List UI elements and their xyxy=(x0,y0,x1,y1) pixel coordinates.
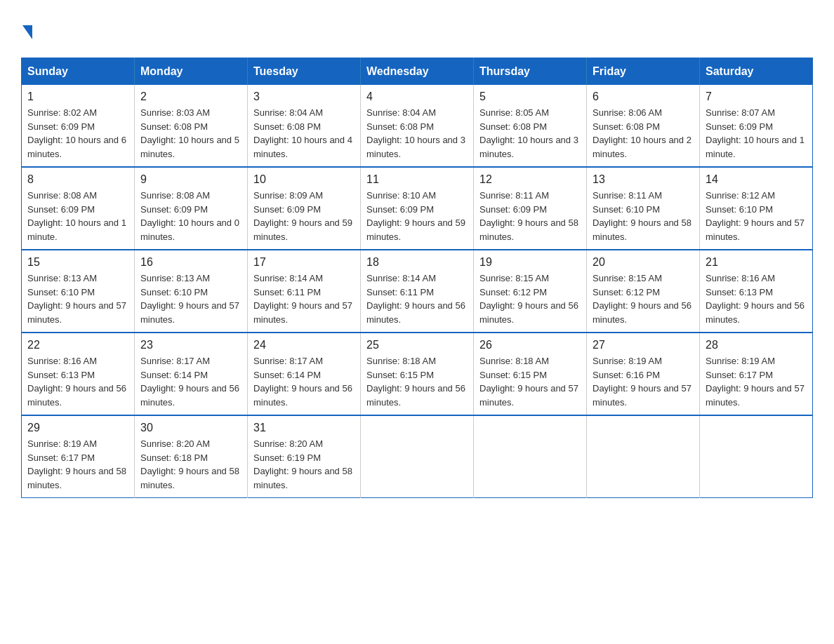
day-info: Sunrise: 8:13 AMSunset: 6:10 PMDaylight:… xyxy=(140,271,241,326)
day-info: Sunrise: 8:02 AMSunset: 6:09 PMDaylight:… xyxy=(27,106,128,161)
day-info: Sunrise: 8:04 AMSunset: 6:08 PMDaylight:… xyxy=(366,106,468,161)
calendar-cell: 27Sunrise: 8:19 AMSunset: 6:16 PMDayligh… xyxy=(587,333,700,415)
day-number: 10 xyxy=(253,173,355,186)
calendar-cell: 21Sunrise: 8:16 AMSunset: 6:13 PMDayligh… xyxy=(700,250,813,333)
calendar-cell: 5Sunrise: 8:05 AMSunset: 6:08 PMDaylight… xyxy=(474,85,587,167)
day-info: Sunrise: 8:15 AMSunset: 6:12 PMDaylight:… xyxy=(479,271,581,326)
day-info: Sunrise: 8:19 AMSunset: 6:17 PMDaylight:… xyxy=(706,354,807,409)
day-info: Sunrise: 8:08 AMSunset: 6:09 PMDaylight:… xyxy=(27,189,128,243)
calendar-cell: 18Sunrise: 8:14 AMSunset: 6:11 PMDayligh… xyxy=(361,250,474,333)
calendar-cell: 12Sunrise: 8:11 AMSunset: 6:09 PMDayligh… xyxy=(474,167,587,250)
weekday-header-sunday: Sunday xyxy=(22,58,135,86)
day-number: 25 xyxy=(366,339,468,351)
day-number: 5 xyxy=(479,90,581,103)
day-info: Sunrise: 8:14 AMSunset: 6:11 PMDaylight:… xyxy=(253,271,355,326)
calendar-cell: 15Sunrise: 8:13 AMSunset: 6:10 PMDayligh… xyxy=(22,250,135,333)
calendar-cell: 8Sunrise: 8:08 AMSunset: 6:09 PMDaylight… xyxy=(22,167,135,250)
day-info: Sunrise: 8:17 AMSunset: 6:14 PMDaylight:… xyxy=(140,354,241,409)
calendar-table: SundayMondayTuesdayWednesdayThursdayFrid… xyxy=(21,58,813,498)
calendar-cell: 26Sunrise: 8:18 AMSunset: 6:15 PMDayligh… xyxy=(474,333,587,415)
calendar-cell: 9Sunrise: 8:08 AMSunset: 6:09 PMDaylight… xyxy=(135,167,248,250)
weekday-header-tuesday: Tuesday xyxy=(248,58,361,86)
day-info: Sunrise: 8:10 AMSunset: 6:09 PMDaylight:… xyxy=(366,189,468,243)
day-info: Sunrise: 8:11 AMSunset: 6:10 PMDaylight:… xyxy=(593,189,694,243)
day-number: 1 xyxy=(27,90,128,103)
calendar-cell: 10Sunrise: 8:09 AMSunset: 6:09 PMDayligh… xyxy=(248,167,361,250)
day-info: Sunrise: 8:13 AMSunset: 6:10 PMDaylight:… xyxy=(27,271,128,326)
calendar-cell xyxy=(700,415,813,498)
day-info: Sunrise: 8:20 AMSunset: 6:18 PMDaylight:… xyxy=(140,437,241,492)
calendar-cell: 29Sunrise: 8:19 AMSunset: 6:17 PMDayligh… xyxy=(22,415,135,498)
page-header xyxy=(21,21,813,43)
day-info: Sunrise: 8:06 AMSunset: 6:08 PMDaylight:… xyxy=(593,106,694,161)
day-number: 11 xyxy=(366,173,468,186)
day-number: 21 xyxy=(706,256,807,269)
day-number: 6 xyxy=(593,90,694,103)
day-number: 30 xyxy=(140,422,241,434)
calendar-cell: 14Sunrise: 8:12 AMSunset: 6:10 PMDayligh… xyxy=(700,167,813,250)
calendar-week-row: 15Sunrise: 8:13 AMSunset: 6:10 PMDayligh… xyxy=(22,250,813,333)
weekday-header-monday: Monday xyxy=(135,58,248,86)
weekday-header-saturday: Saturday xyxy=(700,58,813,86)
day-number: 18 xyxy=(366,256,468,269)
day-info: Sunrise: 8:05 AMSunset: 6:08 PMDaylight:… xyxy=(479,106,581,161)
day-number: 28 xyxy=(706,339,807,351)
day-number: 8 xyxy=(27,173,128,186)
calendar-cell: 4Sunrise: 8:04 AMSunset: 6:08 PMDaylight… xyxy=(361,85,474,167)
calendar-week-row: 29Sunrise: 8:19 AMSunset: 6:17 PMDayligh… xyxy=(22,415,813,498)
day-info: Sunrise: 8:16 AMSunset: 6:13 PMDaylight:… xyxy=(706,271,807,326)
day-number: 19 xyxy=(479,256,581,269)
day-number: 26 xyxy=(479,339,581,351)
weekday-header-wednesday: Wednesday xyxy=(361,58,474,86)
calendar-cell: 30Sunrise: 8:20 AMSunset: 6:18 PMDayligh… xyxy=(135,415,248,498)
calendar-header-row: SundayMondayTuesdayWednesdayThursdayFrid… xyxy=(22,58,813,86)
day-info: Sunrise: 8:18 AMSunset: 6:15 PMDaylight:… xyxy=(366,354,468,409)
calendar-week-row: 1Sunrise: 8:02 AMSunset: 6:09 PMDaylight… xyxy=(22,85,813,167)
calendar-cell: 28Sunrise: 8:19 AMSunset: 6:17 PMDayligh… xyxy=(700,333,813,415)
day-number: 9 xyxy=(140,173,241,186)
calendar-cell: 2Sunrise: 8:03 AMSunset: 6:08 PMDaylight… xyxy=(135,85,248,167)
calendar-cell: 11Sunrise: 8:10 AMSunset: 6:09 PMDayligh… xyxy=(361,167,474,250)
calendar-week-row: 8Sunrise: 8:08 AMSunset: 6:09 PMDaylight… xyxy=(22,167,813,250)
calendar-cell xyxy=(587,415,700,498)
calendar-cell: 22Sunrise: 8:16 AMSunset: 6:13 PMDayligh… xyxy=(22,333,135,415)
day-number: 17 xyxy=(253,256,355,269)
day-info: Sunrise: 8:08 AMSunset: 6:09 PMDaylight:… xyxy=(140,189,241,243)
day-info: Sunrise: 8:11 AMSunset: 6:09 PMDaylight:… xyxy=(479,189,581,243)
calendar-cell: 1Sunrise: 8:02 AMSunset: 6:09 PMDaylight… xyxy=(22,85,135,167)
calendar-cell: 20Sunrise: 8:15 AMSunset: 6:12 PMDayligh… xyxy=(587,250,700,333)
day-info: Sunrise: 8:17 AMSunset: 6:14 PMDaylight:… xyxy=(253,354,355,409)
logo-triangle-icon xyxy=(22,25,32,39)
day-number: 12 xyxy=(479,173,581,186)
calendar-cell: 16Sunrise: 8:13 AMSunset: 6:10 PMDayligh… xyxy=(135,250,248,333)
calendar-week-row: 22Sunrise: 8:16 AMSunset: 6:13 PMDayligh… xyxy=(22,333,813,415)
calendar-cell: 19Sunrise: 8:15 AMSunset: 6:12 PMDayligh… xyxy=(474,250,587,333)
day-info: Sunrise: 8:04 AMSunset: 6:08 PMDaylight:… xyxy=(253,106,355,161)
calendar-cell: 13Sunrise: 8:11 AMSunset: 6:10 PMDayligh… xyxy=(587,167,700,250)
day-number: 29 xyxy=(27,422,128,434)
day-number: 7 xyxy=(706,90,807,103)
day-info: Sunrise: 8:14 AMSunset: 6:11 PMDaylight:… xyxy=(366,271,468,326)
day-info: Sunrise: 8:16 AMSunset: 6:13 PMDaylight:… xyxy=(27,354,128,409)
day-number: 4 xyxy=(366,90,468,103)
day-number: 14 xyxy=(706,173,807,186)
logo xyxy=(21,21,34,43)
calendar-cell: 31Sunrise: 8:20 AMSunset: 6:19 PMDayligh… xyxy=(248,415,361,498)
day-info: Sunrise: 8:03 AMSunset: 6:08 PMDaylight:… xyxy=(140,106,241,161)
day-number: 13 xyxy=(593,173,694,186)
calendar-cell: 25Sunrise: 8:18 AMSunset: 6:15 PMDayligh… xyxy=(361,333,474,415)
calendar-cell xyxy=(474,415,587,498)
calendar-cell: 7Sunrise: 8:07 AMSunset: 6:09 PMDaylight… xyxy=(700,85,813,167)
calendar-cell: 6Sunrise: 8:06 AMSunset: 6:08 PMDaylight… xyxy=(587,85,700,167)
day-number: 23 xyxy=(140,339,241,351)
day-number: 24 xyxy=(253,339,355,351)
day-number: 2 xyxy=(140,90,241,103)
weekday-header-friday: Friday xyxy=(587,58,700,86)
day-number: 31 xyxy=(253,422,355,434)
day-number: 27 xyxy=(593,339,694,351)
day-info: Sunrise: 8:20 AMSunset: 6:19 PMDaylight:… xyxy=(253,437,355,492)
day-info: Sunrise: 8:18 AMSunset: 6:15 PMDaylight:… xyxy=(479,354,581,409)
calendar-cell: 17Sunrise: 8:14 AMSunset: 6:11 PMDayligh… xyxy=(248,250,361,333)
calendar-cell: 23Sunrise: 8:17 AMSunset: 6:14 PMDayligh… xyxy=(135,333,248,415)
calendar-cell: 3Sunrise: 8:04 AMSunset: 6:08 PMDaylight… xyxy=(248,85,361,167)
